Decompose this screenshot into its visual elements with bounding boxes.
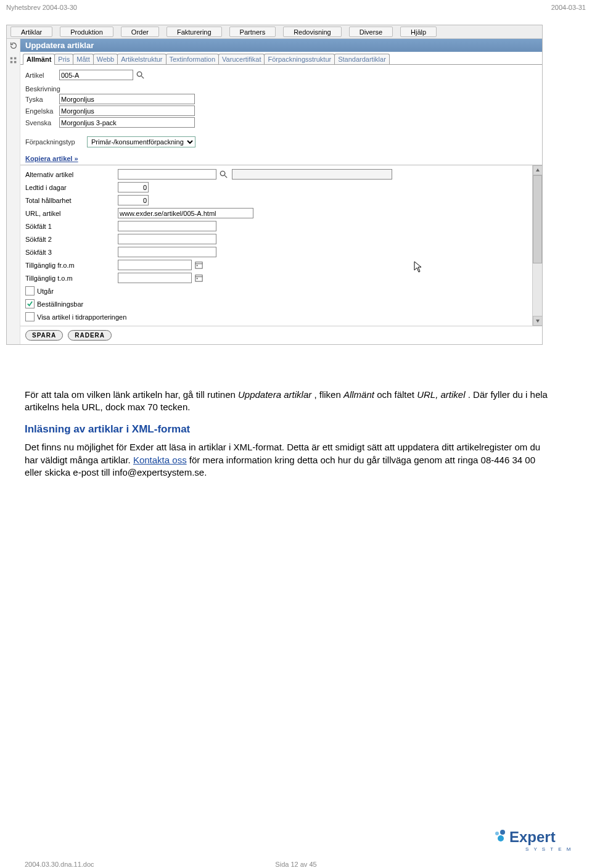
footer-center: Sida 12 av 45 xyxy=(275,861,316,868)
footer-left: 2004.03.30.dna.11.doc xyxy=(25,861,94,868)
altartikel-search-icon[interactable] xyxy=(219,170,228,179)
altartikel-label: Alternativ artikel xyxy=(25,171,118,178)
tab-webb[interactable]: Webb xyxy=(93,54,118,64)
svg-text:S Y S T E M S: S Y S T E M S xyxy=(525,846,574,852)
spara-button[interactable]: SPARA xyxy=(25,330,63,341)
engelska-label: Engelska xyxy=(25,107,59,115)
paragraph-2: Det finns nu möjlighet för Exder att läs… xyxy=(25,441,555,479)
from-input[interactable] xyxy=(118,260,192,270)
tom-input[interactable] xyxy=(118,273,192,283)
menu-hjalp[interactable]: Hjälp xyxy=(400,27,437,37)
kopiera-artikel-link[interactable]: Kopiera artikel » xyxy=(25,155,78,162)
window-title: Uppdatera artiklar xyxy=(20,39,542,52)
ledtid-input[interactable] xyxy=(118,182,149,192)
tab-varucertifikat[interactable]: Varucertifikat xyxy=(218,54,265,64)
sok3-input[interactable] xyxy=(118,247,216,257)
svenska-input[interactable] xyxy=(59,117,195,128)
menu-order[interactable]: Order xyxy=(121,27,159,37)
sok1-input[interactable] xyxy=(118,221,216,231)
beskrivning-label: Beskrivning xyxy=(25,85,59,93)
expert-systems-logo: Expert S Y S T E M S xyxy=(493,825,574,857)
svg-point-6 xyxy=(220,171,225,176)
ledtid-label: Ledtid i dagar xyxy=(25,184,118,191)
visa-artikel-checkbox[interactable] xyxy=(25,312,35,321)
svg-text:Expert: Expert xyxy=(509,829,556,845)
sok2-label: Sökfält 2 xyxy=(25,236,118,243)
scrollbar[interactable] xyxy=(532,165,542,326)
tab-pris[interactable]: Pris xyxy=(54,54,73,64)
svg-line-7 xyxy=(224,175,227,178)
section-heading: Inläsning av artiklar i XML-format xyxy=(25,423,555,437)
svenska-label: Svenska xyxy=(25,119,59,126)
cursor-icon xyxy=(414,261,422,276)
header-right: 2004-03-31 xyxy=(551,4,586,11)
sok1-label: Sökfält 1 xyxy=(25,223,118,230)
tab-artikelstruktur[interactable]: Artikelstruktur xyxy=(117,54,166,64)
tab-allmant[interactable]: Allmänt xyxy=(23,54,55,64)
svg-rect-11 xyxy=(195,275,202,281)
engelska-input[interactable] xyxy=(59,105,195,116)
tom-label: Tillgänglig t.o.m xyxy=(25,275,118,282)
bestallningsbar-label: Beställningsbar xyxy=(37,300,83,308)
visa-artikel-label: Visa artikel i tidrapporteringen xyxy=(37,313,126,321)
grid-icon[interactable] xyxy=(9,56,18,67)
artikel-input[interactable] xyxy=(59,70,133,80)
radera-button[interactable]: RADERA xyxy=(68,330,112,341)
menubar: Artiklar Produktion Order Fakturering Pa… xyxy=(7,25,542,39)
kontakta-oss-link[interactable]: Kontakta oss xyxy=(133,455,187,465)
svg-rect-2 xyxy=(10,61,12,64)
url-label: URL, artikel xyxy=(25,210,118,217)
tab-standardartiklar[interactable]: Standardartiklar xyxy=(334,54,390,64)
tyska-input[interactable] xyxy=(59,94,195,104)
tab-textinformation[interactable]: Textinformation xyxy=(166,54,220,64)
forpackningstyp-label: Förpackningstyp xyxy=(25,138,87,146)
svg-rect-10 xyxy=(197,265,198,267)
svg-point-15 xyxy=(500,830,505,835)
tabstrip: Allmänt Pris Mått Webb Artikelstruktur T… xyxy=(20,52,542,65)
from-calendar-icon[interactable] xyxy=(194,260,204,270)
scroll-thumb[interactable] xyxy=(533,175,542,263)
url-input[interactable] xyxy=(118,208,253,218)
sok3-label: Sökfält 3 xyxy=(25,249,118,256)
forpackningstyp-select[interactable]: Primär-/konsumentförpackning xyxy=(87,136,195,147)
menu-produktion[interactable]: Produktion xyxy=(60,27,113,37)
refresh-icon[interactable] xyxy=(9,41,18,52)
svg-line-5 xyxy=(141,76,144,78)
svg-rect-13 xyxy=(197,278,198,279)
tab-forpackningsstruktur[interactable]: Förpackningsstruktur xyxy=(264,54,335,64)
tyska-label: Tyska xyxy=(25,96,59,103)
article-body: För att tala om vilken länk artikeln har… xyxy=(25,389,555,487)
button-bar: SPARA RADERA xyxy=(20,326,542,344)
menu-redovisning[interactable]: Redovisning xyxy=(283,27,342,37)
scroll-up-icon[interactable] xyxy=(533,165,543,175)
tom-calendar-icon[interactable] xyxy=(194,273,204,283)
svg-rect-3 xyxy=(14,61,16,64)
tab-matt[interactable]: Mått xyxy=(73,54,93,64)
artikel-label: Artikel xyxy=(25,72,59,79)
altartikel-readonly xyxy=(232,169,392,180)
svg-rect-1 xyxy=(14,57,16,60)
left-gutter xyxy=(7,39,20,344)
svg-point-14 xyxy=(498,835,504,841)
menu-diverse[interactable]: Diverse xyxy=(349,27,393,37)
header-left: Nyhetsbrev 2004-03-30 xyxy=(6,4,77,11)
altartikel-input[interactable] xyxy=(118,169,216,180)
app-window: Artiklar Produktion Order Fakturering Pa… xyxy=(6,25,543,345)
bestallningsbar-checkbox[interactable] xyxy=(25,299,35,308)
svg-rect-0 xyxy=(10,57,12,60)
scroll-down-icon[interactable] xyxy=(533,316,543,326)
artikel-search-icon[interactable] xyxy=(136,70,145,80)
hallbarhet-label: Total hållbarhet xyxy=(25,197,118,204)
paragraph-1: För att tala om vilken länk artikeln har… xyxy=(25,389,555,414)
svg-point-4 xyxy=(137,72,142,76)
svg-rect-8 xyxy=(195,262,202,268)
svg-point-16 xyxy=(495,832,499,835)
menu-fakturering[interactable]: Fakturering xyxy=(166,27,222,37)
menu-artiklar[interactable]: Artiklar xyxy=(10,27,52,37)
utgar-label: Utgår xyxy=(37,287,54,295)
from-label: Tillgänglig fr.o.m xyxy=(25,262,118,269)
menu-partners[interactable]: Partners xyxy=(229,27,276,37)
sok2-input[interactable] xyxy=(118,234,216,244)
hallbarhet-input[interactable] xyxy=(118,195,149,205)
utgar-checkbox[interactable] xyxy=(25,286,35,296)
